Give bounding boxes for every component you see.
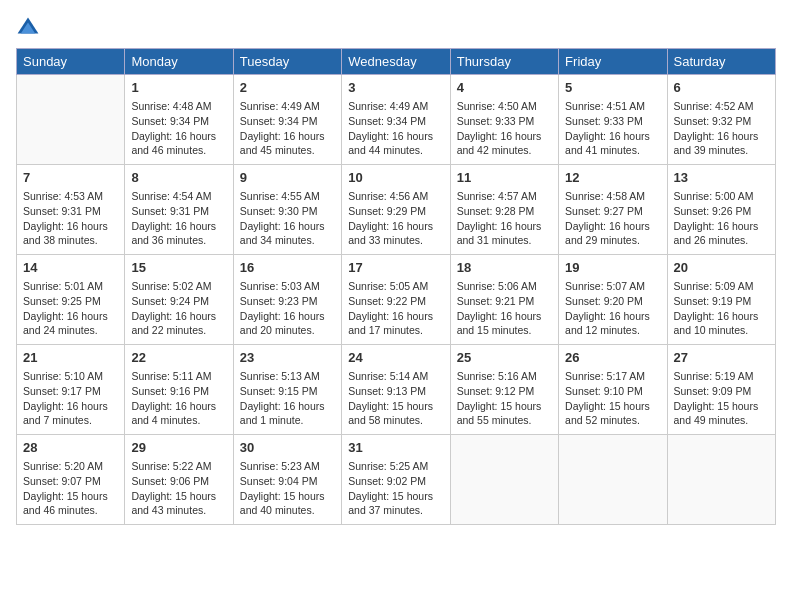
day-number: 20 (674, 259, 769, 277)
calendar-day: 8Sunrise: 4:54 AM Sunset: 9:31 PM Daylig… (125, 165, 233, 255)
day-detail: Sunrise: 5:17 AM Sunset: 9:10 PM Dayligh… (565, 369, 660, 428)
page-header (16, 16, 776, 40)
day-detail: Sunrise: 5:10 AM Sunset: 9:17 PM Dayligh… (23, 369, 118, 428)
calendar-header-tuesday: Tuesday (233, 49, 341, 75)
day-number: 24 (348, 349, 443, 367)
calendar-header-friday: Friday (559, 49, 667, 75)
calendar-day: 1Sunrise: 4:48 AM Sunset: 9:34 PM Daylig… (125, 75, 233, 165)
calendar-week-3: 14Sunrise: 5:01 AM Sunset: 9:25 PM Dayli… (17, 255, 776, 345)
day-detail: Sunrise: 5:01 AM Sunset: 9:25 PM Dayligh… (23, 279, 118, 338)
day-number: 7 (23, 169, 118, 187)
day-number: 13 (674, 169, 769, 187)
day-detail: Sunrise: 5:00 AM Sunset: 9:26 PM Dayligh… (674, 189, 769, 248)
day-detail: Sunrise: 5:16 AM Sunset: 9:12 PM Dayligh… (457, 369, 552, 428)
day-detail: Sunrise: 5:25 AM Sunset: 9:02 PM Dayligh… (348, 459, 443, 518)
calendar-day: 6Sunrise: 4:52 AM Sunset: 9:32 PM Daylig… (667, 75, 775, 165)
calendar-day: 12Sunrise: 4:58 AM Sunset: 9:27 PM Dayli… (559, 165, 667, 255)
calendar-day: 20Sunrise: 5:09 AM Sunset: 9:19 PM Dayli… (667, 255, 775, 345)
day-number: 17 (348, 259, 443, 277)
calendar-day: 17Sunrise: 5:05 AM Sunset: 9:22 PM Dayli… (342, 255, 450, 345)
calendar-header-monday: Monday (125, 49, 233, 75)
day-number: 11 (457, 169, 552, 187)
day-number: 27 (674, 349, 769, 367)
day-detail: Sunrise: 4:58 AM Sunset: 9:27 PM Dayligh… (565, 189, 660, 248)
calendar-day: 22Sunrise: 5:11 AM Sunset: 9:16 PM Dayli… (125, 345, 233, 435)
day-number: 19 (565, 259, 660, 277)
calendar-day: 29Sunrise: 5:22 AM Sunset: 9:06 PM Dayli… (125, 435, 233, 525)
day-number: 22 (131, 349, 226, 367)
day-detail: Sunrise: 5:23 AM Sunset: 9:04 PM Dayligh… (240, 459, 335, 518)
calendar-header-thursday: Thursday (450, 49, 558, 75)
day-number: 28 (23, 439, 118, 457)
day-detail: Sunrise: 5:05 AM Sunset: 9:22 PM Dayligh… (348, 279, 443, 338)
calendar-day: 28Sunrise: 5:20 AM Sunset: 9:07 PM Dayli… (17, 435, 125, 525)
calendar-day: 3Sunrise: 4:49 AM Sunset: 9:34 PM Daylig… (342, 75, 450, 165)
calendar-day: 10Sunrise: 4:56 AM Sunset: 9:29 PM Dayli… (342, 165, 450, 255)
calendar-day: 18Sunrise: 5:06 AM Sunset: 9:21 PM Dayli… (450, 255, 558, 345)
day-detail: Sunrise: 4:53 AM Sunset: 9:31 PM Dayligh… (23, 189, 118, 248)
calendar-day (450, 435, 558, 525)
day-detail: Sunrise: 5:20 AM Sunset: 9:07 PM Dayligh… (23, 459, 118, 518)
day-detail: Sunrise: 4:51 AM Sunset: 9:33 PM Dayligh… (565, 99, 660, 158)
day-number: 15 (131, 259, 226, 277)
calendar-table: SundayMondayTuesdayWednesdayThursdayFrid… (16, 48, 776, 525)
day-detail: Sunrise: 5:07 AM Sunset: 9:20 PM Dayligh… (565, 279, 660, 338)
day-detail: Sunrise: 4:49 AM Sunset: 9:34 PM Dayligh… (240, 99, 335, 158)
calendar-day: 27Sunrise: 5:19 AM Sunset: 9:09 PM Dayli… (667, 345, 775, 435)
day-number: 25 (457, 349, 552, 367)
calendar-day (17, 75, 125, 165)
day-detail: Sunrise: 4:49 AM Sunset: 9:34 PM Dayligh… (348, 99, 443, 158)
day-detail: Sunrise: 5:06 AM Sunset: 9:21 PM Dayligh… (457, 279, 552, 338)
day-number: 16 (240, 259, 335, 277)
day-detail: Sunrise: 5:19 AM Sunset: 9:09 PM Dayligh… (674, 369, 769, 428)
day-number: 23 (240, 349, 335, 367)
day-detail: Sunrise: 4:56 AM Sunset: 9:29 PM Dayligh… (348, 189, 443, 248)
calendar-day: 9Sunrise: 4:55 AM Sunset: 9:30 PM Daylig… (233, 165, 341, 255)
calendar-day: 30Sunrise: 5:23 AM Sunset: 9:04 PM Dayli… (233, 435, 341, 525)
calendar-header-wednesday: Wednesday (342, 49, 450, 75)
day-detail: Sunrise: 4:57 AM Sunset: 9:28 PM Dayligh… (457, 189, 552, 248)
day-number: 9 (240, 169, 335, 187)
logo (16, 16, 44, 40)
calendar-day: 16Sunrise: 5:03 AM Sunset: 9:23 PM Dayli… (233, 255, 341, 345)
day-detail: Sunrise: 4:52 AM Sunset: 9:32 PM Dayligh… (674, 99, 769, 158)
calendar-day: 15Sunrise: 5:02 AM Sunset: 9:24 PM Dayli… (125, 255, 233, 345)
calendar-day: 14Sunrise: 5:01 AM Sunset: 9:25 PM Dayli… (17, 255, 125, 345)
day-detail: Sunrise: 5:09 AM Sunset: 9:19 PM Dayligh… (674, 279, 769, 338)
day-number: 18 (457, 259, 552, 277)
day-detail: Sunrise: 4:54 AM Sunset: 9:31 PM Dayligh… (131, 189, 226, 248)
calendar-day: 2Sunrise: 4:49 AM Sunset: 9:34 PM Daylig… (233, 75, 341, 165)
day-number: 3 (348, 79, 443, 97)
day-number: 10 (348, 169, 443, 187)
logo-icon (16, 16, 40, 40)
day-number: 2 (240, 79, 335, 97)
day-detail: Sunrise: 5:11 AM Sunset: 9:16 PM Dayligh… (131, 369, 226, 428)
day-detail: Sunrise: 4:48 AM Sunset: 9:34 PM Dayligh… (131, 99, 226, 158)
calendar-header-saturday: Saturday (667, 49, 775, 75)
day-detail: Sunrise: 5:22 AM Sunset: 9:06 PM Dayligh… (131, 459, 226, 518)
day-detail: Sunrise: 5:02 AM Sunset: 9:24 PM Dayligh… (131, 279, 226, 338)
day-detail: Sunrise: 5:13 AM Sunset: 9:15 PM Dayligh… (240, 369, 335, 428)
day-detail: Sunrise: 4:50 AM Sunset: 9:33 PM Dayligh… (457, 99, 552, 158)
calendar-day: 19Sunrise: 5:07 AM Sunset: 9:20 PM Dayli… (559, 255, 667, 345)
day-detail: Sunrise: 5:14 AM Sunset: 9:13 PM Dayligh… (348, 369, 443, 428)
calendar-day: 23Sunrise: 5:13 AM Sunset: 9:15 PM Dayli… (233, 345, 341, 435)
calendar-day (559, 435, 667, 525)
calendar-week-5: 28Sunrise: 5:20 AM Sunset: 9:07 PM Dayli… (17, 435, 776, 525)
day-number: 26 (565, 349, 660, 367)
day-number: 4 (457, 79, 552, 97)
day-detail: Sunrise: 5:03 AM Sunset: 9:23 PM Dayligh… (240, 279, 335, 338)
day-number: 5 (565, 79, 660, 97)
day-detail: Sunrise: 4:55 AM Sunset: 9:30 PM Dayligh… (240, 189, 335, 248)
calendar-header-row: SundayMondayTuesdayWednesdayThursdayFrid… (17, 49, 776, 75)
day-number: 6 (674, 79, 769, 97)
calendar-header-sunday: Sunday (17, 49, 125, 75)
calendar-day: 4Sunrise: 4:50 AM Sunset: 9:33 PM Daylig… (450, 75, 558, 165)
day-number: 30 (240, 439, 335, 457)
calendar-day: 26Sunrise: 5:17 AM Sunset: 9:10 PM Dayli… (559, 345, 667, 435)
calendar-day: 7Sunrise: 4:53 AM Sunset: 9:31 PM Daylig… (17, 165, 125, 255)
day-number: 31 (348, 439, 443, 457)
day-number: 29 (131, 439, 226, 457)
calendar-day (667, 435, 775, 525)
calendar-day: 25Sunrise: 5:16 AM Sunset: 9:12 PM Dayli… (450, 345, 558, 435)
